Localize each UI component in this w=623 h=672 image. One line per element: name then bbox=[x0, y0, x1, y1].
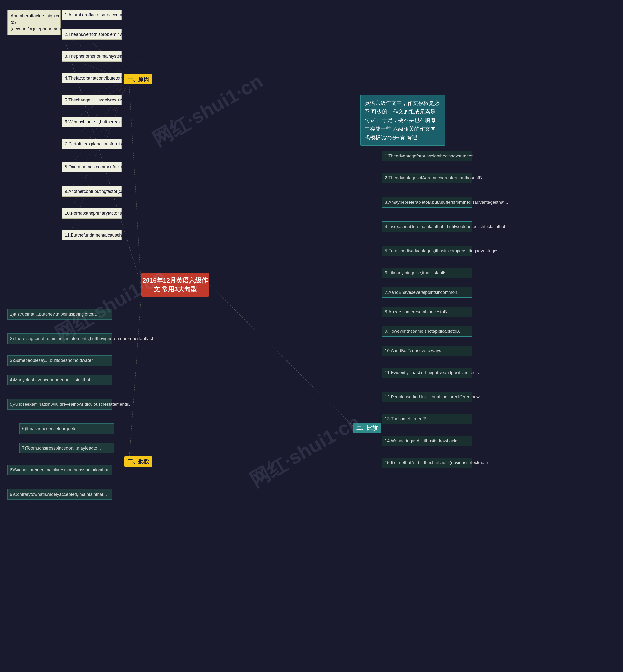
central-node: 2016年12月英语六级作文 常用3大句型 bbox=[141, 272, 209, 297]
section2-item-11: 11.Evidently,ithasbothnegativeandpositiv… bbox=[382, 368, 472, 378]
info-box: 英语六级作文中，作文模板是必不 可少的。作文的组成元素是句式， 于是，要不要也在… bbox=[360, 95, 445, 146]
section2-item-4: 4.Itisreasonabletomaintainthat...butitwo… bbox=[382, 222, 472, 232]
section2-item-8: 8.AbearssomeresemblancestoB. bbox=[382, 307, 472, 317]
section2-item-7: 7.AandBhaveseveralpointsincommon. bbox=[382, 287, 472, 298]
section3-item-9: 9)Contrarytowhatíswidelyaccepted,Imainta… bbox=[7, 489, 112, 500]
section1-item-6: 6.Wemayblame...,buttherealcausesare... bbox=[62, 117, 122, 127]
section1-item-11: 11.Butthefundamentalcauseisthat bbox=[62, 230, 122, 240]
section1-item-4: 4.Thefactorsthatcontributetothissituatio… bbox=[62, 73, 122, 84]
section2-item-13: 13.ThesameístrueofB. bbox=[382, 414, 472, 424]
section3-item-5: 5)Acloseexaminationwouldrevealhowridicul… bbox=[7, 399, 112, 410]
section3-item-2: 2)Thereisagrainoftruthinthesestatements,… bbox=[7, 333, 112, 344]
section1-item-9: 9.Anothercontributingfactor(cause)is... bbox=[62, 186, 122, 197]
section3-item-4: 4)Manyofushavebeenundertheillusionthat..… bbox=[7, 375, 112, 385]
section3-item-3: 3)Somepeoplesay...,butitdoesnotholdwater… bbox=[7, 355, 112, 366]
section1-item-2: 2.Theanswertothisprobleminvolvesmanyfact… bbox=[62, 29, 122, 40]
svg-line-1 bbox=[129, 80, 141, 285]
section3-item-6: 6)Itmakesnosensetoarguefor... bbox=[20, 423, 114, 434]
section1-item-7: 7.Partoftheexplanationsforітisthat... bbox=[62, 139, 122, 149]
section2-item-1: 1.Theadvantagefaroutweighthedisadvantage… bbox=[382, 151, 472, 162]
watermark-3: 网红·shui1·cn bbox=[245, 409, 365, 494]
section3-item-1: 1)Itistruethat...,butonevitalpointisbein… bbox=[7, 309, 112, 320]
section1-item-1: 1.Anumberoffactorsareaccountableforthiss… bbox=[62, 10, 122, 20]
svg-line-10 bbox=[68, 80, 129, 146]
section2-label: 二、比较 bbox=[353, 423, 381, 433]
section2-item-3: 3.AmaybepreferabletoB,butAsuffersfromthe… bbox=[382, 197, 472, 208]
svg-line-3 bbox=[209, 285, 353, 426]
section1-item-3: 3.Thephenomenонmainlystemsfromthefacttha… bbox=[62, 51, 122, 62]
svg-line-2 bbox=[129, 297, 141, 462]
section2-item-12: 12.Peopleusedtothink...,butthingsarediff… bbox=[382, 392, 472, 402]
section2-item-9: 9.However,thesameisnotapplicabletoB. bbox=[382, 326, 472, 337]
mind-map-container: 网红·shui1·cn 网红·shui1·cn 网红·shui1·cn Anum… bbox=[0, 0, 623, 672]
central-title: 2016年12月英语六级作文 常用3大句型 bbox=[141, 276, 209, 294]
section2-item-10: 10.AandBdifferinseveralways. bbox=[382, 346, 472, 356]
section2-item-2: 2.TheadvantagesofAaremuchgreaterthanthos… bbox=[382, 173, 472, 183]
section1-item-10: 10.Perhapstheprimaryfactoristhat... bbox=[62, 208, 122, 218]
section1-label: 一、原因 bbox=[124, 74, 152, 84]
section3-item-8: 8)Suchastatementmainlyrestsontheassumpti… bbox=[7, 465, 112, 475]
section3-item-7: 7)Toomuchstressplacedon...mayleadto... bbox=[20, 443, 114, 454]
watermark-1: 网红·shui1·cn bbox=[148, 68, 268, 153]
section2-item-6: 6.Likeanythingelse,ithasitsfaults. bbox=[382, 268, 472, 278]
section1-item-8: 8.Oneofthemostcommonfactors(causes)istha… bbox=[62, 162, 122, 172]
section1-item-5: 5.Thechangein...largelyresultsfromthefac… bbox=[62, 95, 122, 106]
section2-item-15: 15.ItistruethatA...butthechieffaults(obv… bbox=[382, 458, 472, 468]
section3-label: 三、批驳 bbox=[124, 456, 152, 467]
section2-item-14: 14.WonderingasAis,ithasitsdrawbacks. bbox=[382, 436, 472, 446]
section2-item-5: 5.Forallthedisadvantages,ithasitscompens… bbox=[382, 246, 472, 256]
root-node: Anumberoffactorsmightcontributeto(lead t… bbox=[7, 10, 61, 35]
